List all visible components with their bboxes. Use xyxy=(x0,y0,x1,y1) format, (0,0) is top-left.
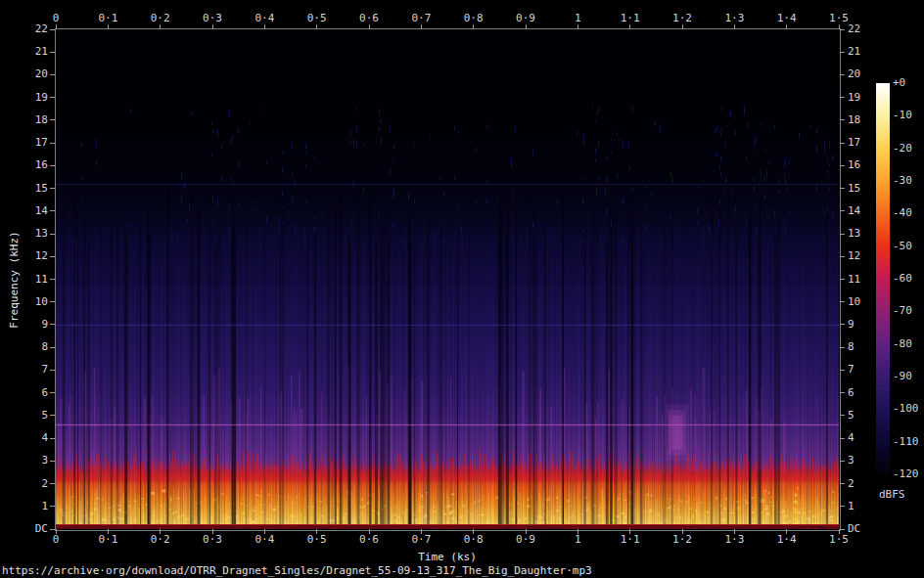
x-tick-label-bottom: 0·2 xyxy=(151,534,170,546)
x-tick-label-bottom: 1·3 xyxy=(724,534,744,546)
y-tick-label-left: 21 xyxy=(7,46,48,58)
y-tick-label-left: 2 xyxy=(7,478,48,490)
x-tick-top xyxy=(264,24,265,29)
colorbar-tick-label: -10 xyxy=(893,110,912,121)
colorbar-tick-label: -100 xyxy=(893,403,919,415)
y-tick-label-right: 19 xyxy=(848,92,860,104)
x-tick-label-top: 0·9 xyxy=(516,13,535,24)
y-tick-left xyxy=(50,301,55,302)
colorbar-tick-label: -110 xyxy=(893,436,919,448)
y-tick-right xyxy=(840,506,845,507)
y-tick-label-left: 6 xyxy=(7,387,48,399)
y-tick-label-left: 14 xyxy=(7,205,48,217)
x-tick-label-top: 1·3 xyxy=(724,13,744,24)
y-tick-label-right: DC xyxy=(848,523,860,535)
spectrogram-viewer: 000·10·10·20·20·30·30·40·40·50·50·60·60·… xyxy=(0,0,924,578)
y-tick-label-right: 10 xyxy=(848,296,860,308)
y-tick-right xyxy=(840,438,845,439)
x-tick-label-top: 1 xyxy=(575,13,581,24)
x-tick-label-bottom: 1·5 xyxy=(829,534,849,546)
y-tick-right xyxy=(840,347,845,348)
x-tick-label-bottom: 0·1 xyxy=(98,534,117,546)
y-tick-right xyxy=(840,461,845,462)
y-tick-left xyxy=(50,347,55,348)
x-tick-label-bottom: 0·3 xyxy=(203,534,222,546)
colorbar-unit-label: dBFS xyxy=(879,488,905,501)
x-tick-label-top: 0·6 xyxy=(359,13,379,24)
y-tick-label-right: 8 xyxy=(848,341,855,353)
y-tick-label-right: 4 xyxy=(848,432,855,444)
y-tick-right xyxy=(840,256,845,257)
y-tick-left xyxy=(50,506,55,507)
x-tick-top xyxy=(212,24,213,29)
x-tick-top xyxy=(473,24,474,29)
y-tick-right xyxy=(840,415,845,416)
y-tick-label-right: 7 xyxy=(848,364,855,376)
x-tick-top xyxy=(56,24,57,29)
x-tick-top xyxy=(734,24,735,29)
source-url-text: https://archive·org/download/OTRR_Dragne… xyxy=(2,564,592,577)
y-tick-label-right: 6 xyxy=(848,387,855,399)
x-tick-top xyxy=(526,24,527,29)
colorbar-tick-label: -90 xyxy=(893,371,912,382)
y-tick-right xyxy=(840,392,845,393)
y-tick-label-right: 15 xyxy=(848,183,860,195)
x-tick-label-top: 0·7 xyxy=(411,13,431,24)
y-tick-left xyxy=(50,438,55,439)
y-tick-left xyxy=(50,234,55,235)
y-tick-label-left: 4 xyxy=(7,432,48,444)
y-tick-right xyxy=(840,370,845,371)
x-tick-label-top: 0·4 xyxy=(254,13,274,24)
y-tick-right xyxy=(840,324,845,325)
y-axis-title: Frequency (kHz) xyxy=(8,231,21,328)
spectrogram-canvas xyxy=(56,29,839,529)
colorbar-tick-label: -70 xyxy=(893,305,912,317)
y-tick-right xyxy=(840,119,845,120)
colorbar-tick-label: -50 xyxy=(893,241,912,252)
y-tick-left xyxy=(50,52,55,53)
y-tick-left xyxy=(50,210,55,211)
y-tick-left xyxy=(50,29,55,30)
y-tick-left xyxy=(50,97,55,98)
x-tick-label-bottom: 0·5 xyxy=(307,534,327,546)
y-tick-label-right: 12 xyxy=(848,250,860,262)
y-tick-left xyxy=(50,143,55,144)
y-tick-label-left: 20 xyxy=(7,68,48,80)
colorbar-gradient xyxy=(876,83,890,474)
y-tick-left xyxy=(50,279,55,280)
x-tick-label-bottom: 0·9 xyxy=(516,534,535,546)
y-tick-label-left: 17 xyxy=(7,137,48,149)
y-tick-label-left: 16 xyxy=(7,159,48,171)
x-tick-label-top: 1·4 xyxy=(777,13,797,24)
y-tick-label-right: 11 xyxy=(848,274,860,286)
x-tick-label-bottom: 1·2 xyxy=(672,534,692,546)
x-tick-label-bottom: 0·6 xyxy=(359,534,379,546)
y-tick-right xyxy=(840,301,845,302)
y-tick-left xyxy=(50,165,55,166)
x-tick-label-top: 1·5 xyxy=(829,13,849,24)
y-tick-label-left: 1 xyxy=(7,501,48,512)
x-tick-top xyxy=(421,24,422,29)
y-tick-left xyxy=(50,188,55,189)
y-tick-label-left: 15 xyxy=(7,183,48,195)
y-tick-right xyxy=(840,74,845,75)
x-tick-top xyxy=(786,24,787,29)
y-tick-label-right: 21 xyxy=(848,46,860,58)
colorbar-tick-label: -30 xyxy=(893,175,912,187)
x-tick-label-top: 0·2 xyxy=(151,13,170,24)
x-tick-label-top: 0·5 xyxy=(307,13,327,24)
x-tick-label-bottom: 1 xyxy=(575,534,581,546)
y-tick-label-right: 9 xyxy=(848,319,855,331)
y-tick-left xyxy=(50,529,55,530)
y-tick-label-right: 5 xyxy=(848,410,855,422)
y-tick-label-right: 20 xyxy=(848,68,860,80)
colorbar-tick-label: -40 xyxy=(893,207,912,219)
y-tick-left xyxy=(50,74,55,75)
y-tick-label-right: 2 xyxy=(848,478,855,490)
x-tick-label-bottom: 0·8 xyxy=(464,534,484,546)
x-tick-top xyxy=(160,24,161,29)
x-tick-top xyxy=(316,24,317,29)
x-tick-label-bottom: 0·7 xyxy=(411,534,431,546)
x-tick-label-bottom: 0·4 xyxy=(254,534,274,546)
plot-frame xyxy=(55,28,841,531)
